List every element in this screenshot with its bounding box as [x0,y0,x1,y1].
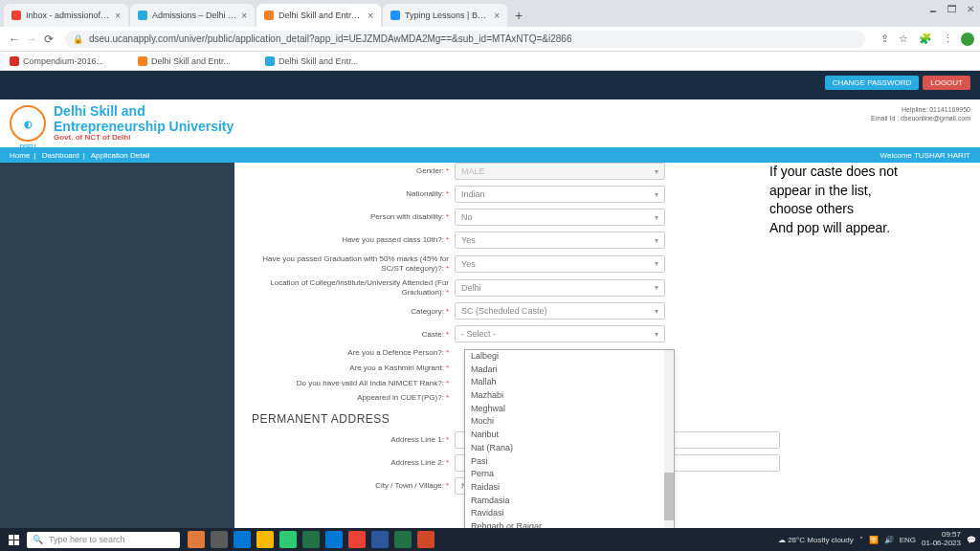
class10-select[interactable]: Yes▾ [455,231,665,249]
logo-label: DSEU [11,143,44,149]
app-icon[interactable] [302,531,320,548]
forward-button[interactable]: → [23,33,40,46]
chevron-down-icon: ▾ [655,236,658,245]
caste-option[interactable]: Perna [465,468,674,481]
caste-option[interactable]: Ramdasia [465,495,674,508]
caste-option[interactable]: Ravidasi [465,507,674,520]
caste-dropdown-list[interactable]: LalbegiMadariMallahMazhabiMeghwalMochiNa… [464,349,675,528]
toolbar-right: ⇪ ☆ 🧩 ⋮ [873,33,953,45]
caste-option[interactable]: Mazhabi [465,389,674,403]
bookmark-label: Compendium-2016... [23,56,103,66]
caste-option[interactable]: Raidasi [465,481,674,495]
address-bar-row: ← → ⟳ 🔒 dseu.ucanapply.com/univer/public… [0,27,980,52]
city-label: City / Town / Village: [375,481,444,490]
app-icon[interactable] [279,531,297,548]
caste-option[interactable]: Madari [465,364,674,377]
app-icon[interactable] [188,531,205,548]
logout-button[interactable]: LOGOUT [923,76,970,90]
chrome-icon[interactable] [348,531,366,548]
scroll-thumb[interactable] [664,473,674,520]
wifi-icon[interactable]: 🛜 [869,536,879,544]
browser-tab[interactable]: Inbox - admissionoffice@dseu.ac × [4,4,128,27]
college-label: Location of College/Institute/University… [270,278,449,297]
note-line: choose others [769,200,951,219]
bookmark-item[interactable]: Compendium-2016... [10,56,121,66]
uni-line3: Govt. of NCT of Delhi [54,134,234,143]
tray-chevron-icon[interactable]: ˄ [859,536,863,544]
share-icon[interactable]: ⇪ [880,33,889,44]
system-tray: ☁ 28°C Mostly cloudy ˄ 🛜 🔊 ENG 09:57 01-… [778,531,976,548]
new-tab-button[interactable]: + [509,8,528,27]
close-tab-icon[interactable]: × [494,11,500,21]
sidebar [0,163,234,528]
tab-title: Admissions – Delhi Skill and Ent [152,11,236,20]
menu-icon[interactable]: ⋮ [943,33,953,44]
excel-icon[interactable] [394,531,412,548]
nationality-select[interactable]: Indian▾ [455,186,665,203]
caste-option[interactable]: Nat (Rana) [465,442,674,455]
change-password-button[interactable]: CHANGE PASSWORD [825,76,920,90]
scrollbar[interactable] [664,350,674,528]
reload-button[interactable]: ⟳ [40,33,57,46]
site-icon [390,11,400,20]
chevron-down-icon: ▾ [655,167,658,176]
caste-option[interactable]: Meghwal [465,403,674,416]
max-icon[interactable]: 🗖 [947,4,957,14]
task-view-icon[interactable] [211,531,228,548]
category-label: Category: [411,307,444,316]
caste-option[interactable]: Rehgarh or Raigar [465,520,674,528]
taskbar-search[interactable]: 🔍Type here to search [27,532,180,548]
caste-option[interactable]: Naribut [465,429,674,442]
close-tab-icon[interactable]: × [241,11,247,21]
lang-indicator[interactable]: ENG [900,536,916,544]
bookmark-item[interactable]: Delhi Skill and Entr... [265,56,375,66]
min-icon[interactable]: 🗕 [928,4,938,14]
volume-icon[interactable]: 🔊 [884,536,894,544]
disability-select[interactable]: No▾ [455,209,665,226]
window-controls: 🗕 🗖 ✕ [928,4,974,14]
tab-title: Delhi Skill and Entrepreneurship [278,11,363,20]
grad-select[interactable]: Yes▾ [455,255,665,273]
weather-widget[interactable]: ☁ 28°C Mostly cloudy [778,536,854,544]
college-select[interactable]: Delhi▾ [455,279,665,297]
url-text: dseu.ucanapply.com/univer/public/applica… [89,33,858,44]
word-icon[interactable] [371,531,389,548]
caste-select[interactable]: - Select -▾ [455,325,665,342]
star-icon[interactable]: ☆ [899,33,908,44]
close-icon[interactable]: ✕ [967,4,974,14]
extension-icon[interactable]: 🧩 [919,33,932,44]
caste-option[interactable]: Mochi [465,415,674,429]
date-text: 01-06-2023 [922,540,961,548]
crumb-home[interactable]: Home [10,151,30,160]
disability-value: No [461,212,473,222]
nimcet-label: Do you have valid All India NIMCET Rank?… [297,379,444,387]
caste-option[interactable]: Pasi [465,455,674,469]
crumb-dashboard[interactable]: Dashboard [42,151,79,160]
clock[interactable]: 09:57 01-06-2023 [922,531,961,548]
notifications-icon[interactable]: 💬 [967,536,976,544]
url-input[interactable]: 🔒 dseu.ucanapply.com/univer/public/appli… [65,31,865,48]
edge-icon[interactable] [234,531,251,548]
gender-select[interactable]: MALE▾ [455,163,665,180]
back-button[interactable]: ← [6,33,23,46]
gender-value: MALE [461,166,485,176]
helpline-text: Helpline: 01141169950 [871,105,970,114]
close-tab-icon[interactable]: × [368,11,373,21]
instruction-annotation: If your caste does not appear in the lis… [769,163,951,237]
caste-option[interactable]: Mallah [465,376,674,389]
powerpoint-icon[interactable] [417,531,434,548]
browser-tab[interactable]: Typing Lessons | Beginner Wrap × [383,4,507,27]
explorer-icon[interactable] [256,531,274,548]
start-button[interactable] [4,532,23,547]
app-icon[interactable] [325,531,343,548]
profile-avatar[interactable] [961,33,974,46]
search-icon: 🔍 [33,535,43,544]
category-select[interactable]: SC (Scheduled Caste)▾ [455,302,665,320]
class10-label: Have you passed class 10th?: [342,235,444,244]
crumb-application[interactable]: Application Detail [91,151,150,160]
browser-tab[interactable]: Admissions – Delhi Skill and Ent × [130,4,255,27]
browser-tab-active[interactable]: Delhi Skill and Entrepreneurship × [256,4,381,27]
close-tab-icon[interactable]: × [115,11,121,21]
caste-option[interactable]: Lalbegi [465,350,674,364]
bookmark-item[interactable]: Delhi Skill and Entr... [138,56,248,66]
